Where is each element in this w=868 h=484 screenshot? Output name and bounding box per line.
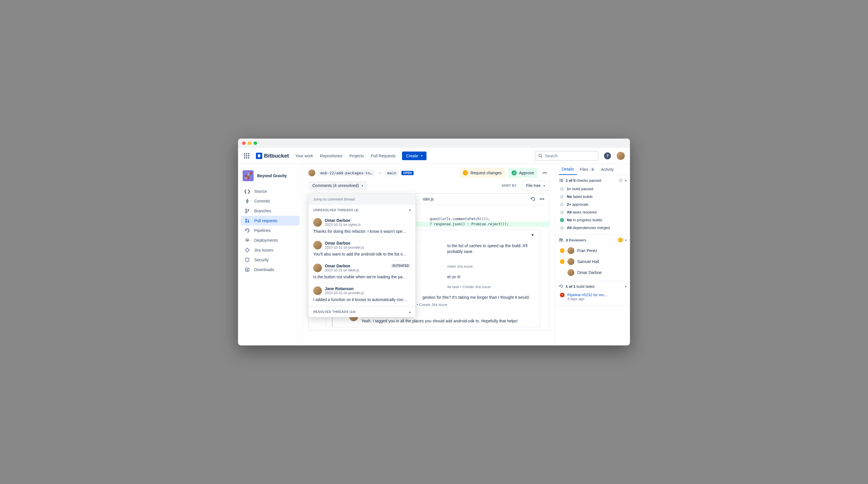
unresolved-threads-header[interactable]: UNRESOLVED THREADS (4)▾ [309,205,415,215]
sidebar-label: Downloads [254,267,274,272]
resolved-threads-header[interactable]: RESOLVED THREADS (14)▴ [309,306,415,317]
more-actions-button[interactable]: ••• [540,169,549,177]
chevron-down-icon: ▾ [544,184,545,187]
tab-label: Details [562,167,574,171]
refresh-icon[interactable] [530,196,535,202]
thread-preview: Thanks for doing this refactor. I know i… [313,229,411,234]
request-changes-label: Request changes [470,170,502,175]
pipeline-link[interactable]: Pipeline #5232 for mo… [567,293,608,297]
svg-rect-23 [559,180,560,181]
request-changes-button[interactable]: −Request changes [459,168,505,178]
target-branch[interactable]: main [385,170,399,176]
bitbucket-icon [256,153,262,159]
approve-button[interactable]: ✓Approve [508,168,537,178]
comment-actions[interactable]: ite task • Create Jira issue [447,285,491,289]
sidebar-item-source[interactable]: ❮❯Source [241,186,300,196]
svg-point-27 [560,238,561,240]
comments-filter-button[interactable]: Comments (4 unresolved)▾ [308,181,367,190]
check-item: All dependencies merged [559,224,626,232]
shield-icon [244,258,250,262]
outdated-badge: OUTDATED [391,264,411,268]
check-status-icon [560,202,564,206]
sidebar-item-jira[interactable]: Jira issues [241,245,300,255]
sidebar-label: Security [254,258,269,262]
collapse-icon[interactable]: ▾ [530,232,535,238]
window-minimize[interactable] [248,141,251,145]
window-close[interactable] [242,141,246,145]
app-switcher-icon[interactable] [243,152,250,159]
thread-item[interactable]: Jane Rotanson2023-10-31 on provider.js I… [309,284,415,306]
thread-preview: Is the button not visible when we're loa… [313,275,411,279]
thread-item[interactable]: Omar Darboe2023-10-31 on styles.ts Thank… [309,215,415,238]
resolved-label: RESOLVED THREADS (14) [313,310,355,314]
check-status-icon [560,226,564,230]
sidebar-item-deployments[interactable]: Deployments [241,235,300,245]
window-maximize[interactable] [254,141,257,145]
sidebar-item-commits[interactable]: Commits [241,196,300,206]
comment-text: et on it! [447,274,535,280]
svg-rect-25 [559,181,560,182]
reviewers-header[interactable]: 3 Reviewers − ▾ [559,238,626,242]
reviewer-row[interactable]: −Fran Perez [559,245,626,256]
nav-pull-requests[interactable]: Pull Requests [370,152,396,160]
svg-point-9 [539,154,541,157]
svg-point-17 [246,219,247,220]
minus-icon: − [560,248,564,253]
tab-files[interactable]: Files4 [577,164,598,175]
create-label: Create [406,154,418,158]
thread-author: Omar Darboe [325,241,364,246]
svg-rect-8 [248,157,249,158]
svg-point-18 [246,221,247,222]
project-header[interactable]: 🚀 Beyond Gravity [241,169,300,186]
svg-rect-3 [244,155,245,156]
comment-text: to the list of caches to speed up the bu… [447,243,535,254]
chevron-down-icon: ▾ [625,238,626,242]
thread-item[interactable]: Omar Darboe2023-10-31 on provider.js You… [309,238,415,261]
sidebar-item-pipelines[interactable]: Pipelines [241,226,300,235]
alert-icon: ! [560,293,564,297]
sidebar-label: Jira issues [254,248,273,252]
pr-author-avatar[interactable] [308,169,315,176]
nav-your-work[interactable]: Your work [295,152,314,160]
search-input[interactable]: Search [535,151,598,161]
svg-rect-26 [560,181,563,182]
sidebar-item-branches[interactable]: Branches [241,206,300,216]
svg-point-14 [246,209,247,210]
help-icon[interactable]: ? [604,152,611,159]
sidebar-item-downloads[interactable]: Downloads [241,265,300,275]
thread-avatar [313,218,322,227]
pr-header: mob-22/add-packages-to… → main OPEN −Req… [303,164,555,178]
sidebar-item-pull-requests[interactable]: Pull requests [241,216,300,226]
tab-details[interactable]: Details [559,164,577,175]
thread-item[interactable]: Omar Darboe2023-10-31 on taker.jsOUTDATE… [309,261,415,284]
source-branch[interactable]: mob-22/add-packages-to… [318,170,375,176]
sort-by-button[interactable]: File tree▾ [522,181,549,190]
nav-projects[interactable]: Projects [349,152,365,160]
reviewer-row[interactable]: Omar Darboe [559,267,626,278]
sidebar-label: Branches [254,208,271,213]
builds-header[interactable]: 1 of 1 build failed ▾ [559,284,626,289]
more-icon[interactable]: ••• [539,196,545,202]
jira-icon [244,248,250,252]
svg-rect-4 [246,155,247,156]
user-avatar[interactable] [617,152,625,160]
svg-rect-21 [559,179,560,180]
thread-author: Jane Rotanson [325,286,364,291]
reviewer-name: Omar Darboe [577,270,602,275]
tab-label: Activity [601,167,614,172]
brand-logo[interactable]: Bitbucket [256,153,289,159]
check-item: No failed builds [559,193,626,200]
svg-rect-7 [246,157,247,158]
checks-header[interactable]: 1 of 5 checks passed ▾ [559,178,626,183]
pipeline-meta: 8 days ago [567,297,608,301]
sort-by-label: SORT BY [502,184,517,187]
check-status-icon [560,195,564,199]
tab-activity[interactable]: Activity [598,164,616,175]
sidebar-item-security[interactable]: Security [241,255,300,265]
reviewer-name: Fran Perez [577,248,597,253]
search-placeholder: Search [545,154,558,158]
reviewer-row[interactable]: −Samuel Hall [559,256,626,267]
nav-repositories[interactable]: Repositories [319,152,343,160]
comment-actions[interactable]: reate Jira issue [447,264,473,268]
create-button[interactable]: Create ▾ [402,152,427,160]
